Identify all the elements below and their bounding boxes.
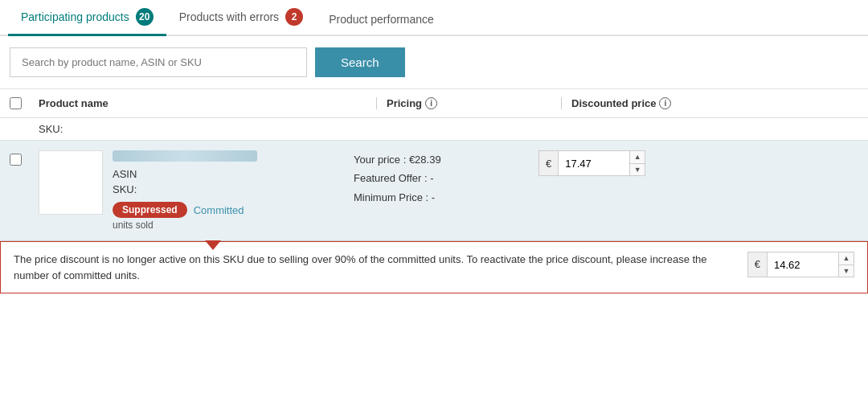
price-spinner: ▲ ▼	[630, 150, 645, 176]
tab-participating-badge: 20	[136, 8, 154, 26]
product-info: ASIN SKU: Suppressed Committed units sol…	[103, 150, 344, 231]
tag-committed[interactable]: Committed	[194, 204, 244, 216]
tab-errors-label: Products with errors	[179, 10, 279, 23]
error-currency-symbol: €	[747, 252, 767, 277]
product-discounted-price: € ▲ ▼	[529, 150, 858, 176]
product-tags: Suppressed Committed	[113, 202, 344, 218]
product-sku: SKU:	[113, 183, 344, 195]
tab-performance[interactable]: Product performance	[316, 5, 447, 36]
error-price-spinner: ▲ ▼	[839, 252, 854, 277]
tab-participating[interactable]: Participating products 20	[8, 0, 166, 36]
discounted-info-icon[interactable]: i	[659, 97, 671, 109]
error-price-cell: € ▲ ▼	[747, 252, 854, 277]
error-spinner-up[interactable]: ▲	[839, 252, 854, 265]
select-all-checkbox[interactable]	[10, 97, 22, 109]
tab-errors[interactable]: Products with errors 2	[166, 0, 316, 36]
error-row: The price discount is no longer active o…	[0, 241, 868, 293]
minimum-price: Minimum Price : -	[354, 188, 529, 207]
tab-participating-label: Participating products	[21, 10, 129, 23]
tag-suppressed: Suppressed	[113, 202, 187, 218]
col-pricing: Pricing i	[376, 97, 561, 109]
col-discounted-price: Discounted price i	[561, 97, 858, 109]
product-checkbox-cell[interactable]	[10, 150, 39, 168]
product-row: ASIN SKU: Suppressed Committed units sol…	[0, 141, 868, 241]
table-header: Product name Pricing i Discounted price …	[0, 89, 868, 118]
tooltip-arrow	[205, 240, 221, 250]
tab-errors-badge: 2	[285, 8, 303, 26]
product-asin: ASIN	[113, 168, 344, 180]
search-input[interactable]	[10, 47, 307, 77]
search-button[interactable]: Search	[315, 47, 405, 77]
currency-symbol: €	[538, 150, 558, 176]
search-bar: Search	[0, 36, 868, 89]
product-image	[39, 150, 103, 215]
product-pricing: Your price : €28.39 Featured Offer : - M…	[344, 150, 529, 207]
header-checkbox-cell[interactable]	[10, 97, 39, 109]
product-checkbox[interactable]	[10, 154, 22, 166]
price-spinner-up[interactable]: ▲	[630, 151, 645, 164]
units-sold-label: units sold	[113, 219, 344, 231]
product-name-blurred	[113, 150, 257, 162]
error-message: The price discount is no longer active o…	[14, 252, 731, 283]
sku-row: SKU:	[0, 118, 868, 141]
error-price-input[interactable]	[767, 252, 839, 277]
tab-bar: Participating products 20 Products with …	[0, 0, 868, 36]
error-spinner-down[interactable]: ▼	[839, 265, 854, 277]
price-spinner-down[interactable]: ▼	[630, 164, 645, 176]
sku-label: SKU:	[39, 123, 63, 135]
featured-offer: Featured Offer : -	[354, 169, 529, 187]
your-price: Your price : €28.39	[354, 150, 529, 169]
pricing-info-icon[interactable]: i	[425, 97, 437, 109]
tab-performance-label: Product performance	[329, 13, 434, 26]
discounted-price-input[interactable]	[558, 150, 630, 176]
col-product-name: Product name	[39, 97, 376, 109]
